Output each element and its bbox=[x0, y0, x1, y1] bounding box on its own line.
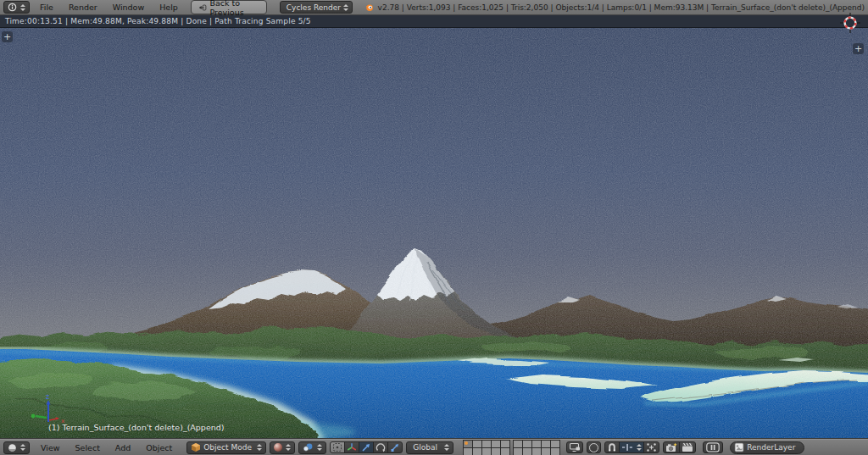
viewport-header: View Select Add Object Object Mode bbox=[0, 439, 868, 455]
pause-icon bbox=[706, 442, 720, 452]
viewport-shading-select[interactable] bbox=[270, 441, 295, 454]
manipulator-toggle[interactable] bbox=[344, 441, 359, 453]
layer-toggle[interactable] bbox=[532, 448, 541, 455]
opengl-render-group bbox=[663, 441, 696, 453]
layer-toggle[interactable] bbox=[514, 441, 522, 447]
layer-toggle[interactable] bbox=[482, 448, 491, 455]
pause-render-preview-button[interactable] bbox=[703, 441, 723, 453]
back-to-previous-button[interactable]: Back to Previous bbox=[191, 0, 267, 14]
chevron-updown-icon bbox=[20, 4, 25, 11]
menu-window[interactable]: Window bbox=[105, 3, 152, 12]
scale-manipulator-button[interactable] bbox=[387, 441, 403, 453]
menu-render[interactable]: Render bbox=[61, 3, 105, 12]
manipulate-center-points-toggle[interactable] bbox=[330, 441, 345, 453]
blender-window: File Render Window Help Back to Previous… bbox=[0, 0, 868, 455]
chevron-updown-icon bbox=[444, 444, 449, 451]
manipulator-group bbox=[330, 441, 403, 453]
chevron-updown-icon bbox=[257, 444, 262, 451]
snap-element-select[interactable] bbox=[619, 441, 644, 453]
info-header: File Render Window Help Back to Previous… bbox=[0, 0, 868, 15]
chevron-updown-icon bbox=[637, 444, 642, 451]
editor-type-select-3dview[interactable] bbox=[3, 441, 30, 454]
active-object-label: (1) Terrain_Surface_(don't delete)_(Appe… bbox=[48, 423, 225, 432]
menu-add[interactable]: Add bbox=[108, 443, 138, 452]
expand-properties-button[interactable]: + bbox=[853, 43, 864, 54]
opengl-render-animation-button[interactable] bbox=[679, 441, 696, 453]
translate-manipulator-button[interactable] bbox=[359, 441, 374, 453]
render-grain bbox=[0, 28, 868, 439]
info-editor-icon bbox=[8, 3, 17, 12]
layer-toggle[interactable] bbox=[523, 448, 531, 455]
proportional-edit-button[interactable] bbox=[587, 441, 601, 453]
pivot-point-select[interactable] bbox=[298, 441, 326, 454]
scene-stats: v2.78 | Verts:1,093 | Faces:1,025 | Tris… bbox=[378, 3, 865, 12]
render-status-text: Time:00:13.51 | Mem:49.88M, Peak:49.88M … bbox=[5, 17, 311, 25]
layer-toggle[interactable] bbox=[542, 441, 550, 447]
menu-help[interactable]: Help bbox=[152, 3, 186, 12]
layer-toggle[interactable] bbox=[514, 448, 522, 455]
center-points-icon bbox=[332, 442, 342, 452]
chevron-updown-icon bbox=[286, 444, 291, 451]
snap-toggle-button[interactable] bbox=[604, 441, 620, 453]
viewport-editor-icon bbox=[8, 443, 17, 452]
menu-object[interactable]: Object bbox=[138, 443, 180, 452]
layer-toggle[interactable] bbox=[532, 441, 541, 447]
active-layer-dot bbox=[465, 441, 468, 445]
translate-arrow-icon bbox=[361, 442, 371, 452]
proportional-edit-icon bbox=[589, 443, 598, 452]
layer-toggle[interactable] bbox=[464, 441, 472, 447]
magnet-icon bbox=[607, 442, 617, 452]
layer-toggle[interactable] bbox=[542, 448, 550, 455]
layer-toggle[interactable] bbox=[473, 448, 481, 455]
menu-select[interactable]: Select bbox=[68, 443, 108, 452]
menu-view[interactable]: View bbox=[33, 443, 68, 452]
viewport-3d[interactable]: + + z x (1) Terrain_Surface_(don't delet… bbox=[0, 28, 868, 439]
render-layer-value: RenderLayer bbox=[747, 443, 795, 452]
chevron-updown-icon bbox=[20, 444, 25, 451]
render-engine-select[interactable]: Cycles Render bbox=[280, 1, 353, 14]
screen-lock-icon bbox=[569, 442, 581, 452]
editor-type-select-info[interactable] bbox=[3, 1, 30, 14]
layer-toggle[interactable] bbox=[473, 441, 481, 447]
chevron-updown-icon bbox=[343, 4, 348, 11]
layer-toggle[interactable] bbox=[464, 448, 472, 455]
layer-group-1 bbox=[463, 440, 510, 455]
render-status-bar: Time:00:13.51 | Mem:49.88M, Peak:49.88M … bbox=[0, 15, 868, 28]
clapperboard-icon bbox=[682, 442, 693, 452]
camera-render-icon bbox=[665, 442, 677, 452]
scale-arrow-icon bbox=[390, 442, 400, 452]
layer-toggle[interactable] bbox=[551, 441, 559, 447]
chevron-updown-icon bbox=[317, 444, 322, 451]
opengl-render-image-button[interactable] bbox=[663, 441, 680, 453]
layer-toggle[interactable] bbox=[523, 441, 531, 447]
layer-toggle[interactable] bbox=[492, 448, 500, 455]
layer-toggle[interactable] bbox=[551, 448, 559, 455]
rotate-manipulator-button[interactable] bbox=[373, 441, 388, 453]
mode-select[interactable]: Object Mode bbox=[186, 441, 266, 454]
back-icon bbox=[198, 3, 207, 12]
orientation-value: Global bbox=[413, 443, 437, 452]
transform-orientation-select[interactable]: Global bbox=[406, 441, 453, 454]
expand-toolshelf-button[interactable]: + bbox=[2, 31, 13, 42]
snap-target-button[interactable] bbox=[643, 441, 659, 453]
render-scene bbox=[0, 28, 868, 439]
rotate-arc-icon bbox=[376, 442, 386, 452]
render-layer-select[interactable]: RenderLayer bbox=[730, 441, 804, 454]
mode-select-value: Object Mode bbox=[203, 443, 252, 452]
snap-increment-icon bbox=[621, 442, 633, 452]
layer-toggle[interactable] bbox=[501, 441, 509, 447]
layer-toggle[interactable] bbox=[501, 448, 509, 455]
axis-manipulator-icon bbox=[347, 442, 357, 452]
lock-to-scene-button[interactable] bbox=[566, 441, 583, 453]
pivot-icon bbox=[303, 442, 314, 452]
layer-toggle[interactable] bbox=[492, 441, 500, 447]
object-mode-cube-icon bbox=[191, 442, 201, 452]
back-button-label: Back to Previous bbox=[210, 0, 259, 17]
snap-group bbox=[604, 441, 659, 453]
layers-widget bbox=[463, 440, 560, 455]
menu-file[interactable]: File bbox=[32, 3, 61, 12]
render-engine-value: Cycles Render bbox=[287, 3, 341, 12]
axis-z-label: z bbox=[46, 393, 49, 401]
layer-group-2 bbox=[513, 440, 560, 455]
layer-toggle[interactable] bbox=[482, 441, 491, 447]
